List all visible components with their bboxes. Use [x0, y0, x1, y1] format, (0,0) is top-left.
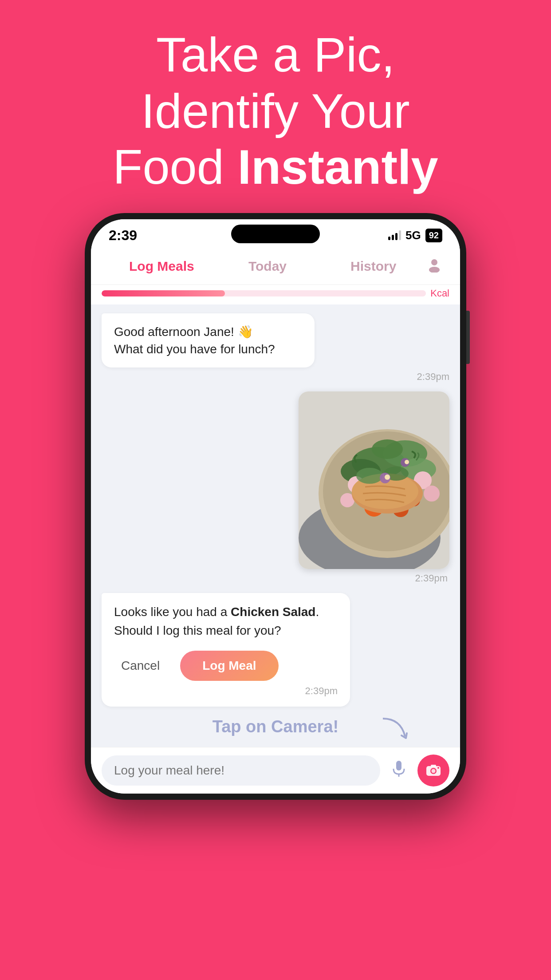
tap-hint: Tap on Camera! [102, 710, 449, 738]
signal-icon [388, 230, 401, 240]
action-buttons: Cancel Log Meal [114, 651, 338, 681]
phone-frame: 2:39 5G 92 [85, 213, 466, 800]
food-image-bubble [102, 391, 449, 569]
image-timestamp: 2:39pm [102, 573, 448, 584]
greeting-timestamp: 2:39pm [102, 371, 449, 383]
camera-button[interactable] [417, 755, 449, 786]
svg-point-10 [372, 439, 403, 459]
progress-fill [102, 290, 225, 296]
svg-point-1 [429, 267, 440, 273]
svg-point-33 [437, 767, 439, 769]
response-text: Looks like you had a Chicken Salad.Shoul… [114, 603, 338, 640]
phone-side-button [466, 311, 470, 364]
nav-tabs: Log Meals Today History [91, 248, 460, 285]
tab-history[interactable]: History [320, 255, 426, 277]
chat-area: Good afternoon Jane! 👋What did you have … [91, 304, 460, 747]
phone-screen: 2:39 5G 92 [91, 219, 460, 794]
calorie-progress: Kcal [91, 285, 460, 304]
dynamic-island [231, 225, 320, 243]
svg-point-26 [405, 460, 409, 464]
svg-point-24 [385, 474, 390, 480]
profile-icon[interactable] [426, 257, 442, 276]
status-time: 2:39 [109, 227, 137, 244]
progress-track [102, 290, 426, 296]
cancel-button[interactable]: Cancel [114, 655, 167, 676]
log-meal-button[interactable]: Log Meal [180, 651, 278, 681]
svg-point-31 [432, 769, 436, 773]
svg-point-0 [431, 259, 437, 265]
svg-point-16 [424, 486, 440, 502]
greeting-text: Good afternoon Jane! 👋What did you have … [114, 323, 302, 358]
tab-log-meals[interactable]: Log Meals [109, 255, 215, 277]
status-bar: 2:39 5G 92 [91, 219, 460, 248]
food-image [299, 391, 449, 569]
svg-point-21 [356, 468, 383, 484]
greeting-bubble: Good afternoon Jane! 👋What did you have … [102, 313, 315, 368]
network-label: 5G [405, 229, 421, 242]
mic-button[interactable] [387, 761, 410, 780]
svg-rect-32 [431, 765, 436, 767]
background: Take a Pic, Identify Your Food Instantly… [0, 0, 551, 800]
hero-title: Take a Pic, Identify Your Food Instantly [35, 27, 516, 195]
phone-mockup: 2:39 5G 92 [0, 213, 551, 800]
arrow-icon [378, 714, 414, 743]
tap-hint-text: Tap on Camera! [213, 717, 338, 736]
hero-section: Take a Pic, Identify Your Food Instantly [0, 0, 551, 209]
input-bar [91, 747, 460, 794]
response-timestamp: 2:39pm [114, 685, 338, 697]
message-input[interactable] [102, 755, 380, 786]
status-right: 5G 92 [388, 229, 442, 242]
tab-today[interactable]: Today [215, 255, 321, 277]
progress-label: Kcal [430, 288, 449, 299]
battery-indicator: 92 [425, 229, 442, 242]
response-bubble: Looks like you had a Chicken Salad.Shoul… [102, 593, 350, 707]
svg-rect-27 [396, 761, 401, 771]
